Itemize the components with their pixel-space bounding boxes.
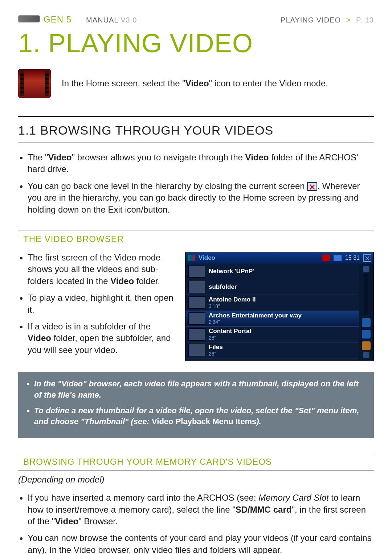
action-icon[interactable] xyxy=(362,330,371,338)
t: SD/MMC card xyxy=(236,505,292,514)
file-row[interactable]: Network 'UPnP' xyxy=(185,264,359,279)
list-item: If you have inserted a memory card into … xyxy=(28,492,374,527)
file-row[interactable]: subfolder xyxy=(185,279,359,295)
screenshot-titlebar: Video 15 31 xyxy=(185,252,373,264)
top-bar: GEN 5 MANUAL V3.0 PLAYING VIDEO > P. 13 xyxy=(18,15,374,25)
list-item: If a video is in a subfolder of the Vide… xyxy=(28,321,174,356)
crumb-sep: > xyxy=(343,16,354,24)
crumb-page: P. 13 xyxy=(356,16,374,24)
t: The " xyxy=(28,152,48,162)
gen-label: GEN 5 xyxy=(44,15,72,25)
intro-text: In the Home screen, select the "Video" i… xyxy=(62,78,374,89)
crumb-section: PLAYING VIDEO xyxy=(281,16,341,24)
file-duration: 28" xyxy=(209,335,251,341)
memory-card-list: If you have inserted a memory card into … xyxy=(18,492,374,554)
t: Memory Card Slot xyxy=(258,493,328,502)
tip-item: To define a new thumbnail for a video fi… xyxy=(34,405,366,428)
thumbnail xyxy=(188,344,205,356)
tip-item: In the "Video" browser, each video file … xyxy=(34,378,366,401)
list-item: The first screen of the Video mode shows… xyxy=(28,252,174,287)
manual-version: V3.0 xyxy=(121,16,137,24)
intro-pre: In the Home screen, select the " xyxy=(62,78,185,88)
t: You can go back one level in the hierarc… xyxy=(28,181,307,191)
t: In the "Video" browser, each video file … xyxy=(34,379,359,399)
brand-logo xyxy=(18,15,40,22)
video-browser-heading: THE VIDEO BROWSER xyxy=(18,234,374,244)
flag-icon xyxy=(322,255,330,261)
file-row[interactable]: Files26" xyxy=(185,342,359,358)
file-title: Content Portal xyxy=(209,328,251,335)
breadcrumb: PLAYING VIDEO > P. 13 xyxy=(281,16,374,24)
t: " Browser. xyxy=(78,516,118,526)
section-1-1-heading: 1.1 BROWSING THROUGH YOUR VIDEOS xyxy=(18,123,374,138)
t: Video xyxy=(245,152,269,162)
thumbnail xyxy=(188,265,205,278)
t: Video Playback Menu Items xyxy=(152,417,256,426)
screenshot-sidebar xyxy=(359,264,373,360)
file-title: subfolder xyxy=(209,284,237,291)
t: Video xyxy=(110,276,134,286)
screenshot-file-list: Network 'UPnP'subfolderAntoine Demo II3'… xyxy=(185,264,359,360)
t: folder. xyxy=(134,276,160,286)
scroll-down-icon[interactable] xyxy=(363,352,369,358)
memory-card-heading: BROWSING THROUGH YOUR MEMORY CARD'S VIDE… xyxy=(18,457,374,467)
thumbnail xyxy=(188,312,205,325)
t: ). xyxy=(256,417,261,426)
scroll-up-icon[interactable] xyxy=(363,266,369,272)
thumbnail xyxy=(188,281,205,293)
scrollbar-track[interactable] xyxy=(364,274,368,315)
file-duration: 2'34" xyxy=(209,319,302,325)
battery-icon xyxy=(334,255,342,261)
t: " browser allows you to navigate through… xyxy=(72,152,245,162)
video-app-icon xyxy=(18,69,51,98)
video-browser-list: The first screen of the Video mode shows… xyxy=(18,252,174,356)
t: Video xyxy=(48,152,72,162)
list-item: You can go back one level in the hierarc… xyxy=(28,180,374,216)
screenshot-title: Video xyxy=(199,254,318,262)
t: If a video is in a subfolder of the xyxy=(28,321,151,331)
file-row[interactable]: Antoine Demo II3'18" xyxy=(185,295,359,311)
thumbnail xyxy=(188,328,205,341)
file-title: Files xyxy=(209,344,223,351)
file-title: Archos Entertainment your way xyxy=(209,312,302,319)
manual-text: MANUAL xyxy=(86,16,118,24)
file-title: Antoine Demo II xyxy=(209,296,256,303)
depending-on-model: (Depending on model) xyxy=(18,475,374,485)
screenshot-clock: 15 31 xyxy=(345,255,360,261)
list-item: You can now browse the contents of your … xyxy=(28,532,374,554)
file-duration: 26" xyxy=(209,351,223,357)
t: If you have inserted a memory card into … xyxy=(28,493,258,502)
info-icon[interactable] xyxy=(362,318,371,327)
file-duration: 3'18" xyxy=(209,303,256,309)
close-icon xyxy=(307,182,317,191)
file-row[interactable]: Content Portal28" xyxy=(185,327,359,342)
section-1-1-list: The "Video" browser allows you to naviga… xyxy=(18,152,374,216)
file-row[interactable]: Archos Entertainment your way2'34" xyxy=(185,311,359,327)
tips-box: In the "Video" browser, each video file … xyxy=(18,372,374,438)
home-icon[interactable] xyxy=(362,341,371,350)
manual-label: MANUAL V3.0 xyxy=(86,16,137,24)
intro-bold: Video xyxy=(185,78,209,88)
device-screenshot: Video 15 31 Network 'UPnP'subfolderAntoi… xyxy=(185,252,374,361)
intro-post: " icon to enter the Video mode. xyxy=(209,78,328,88)
t: Video xyxy=(55,516,78,526)
app-icon xyxy=(188,255,195,261)
page-title: 1. PLAYING VIDEO xyxy=(18,28,374,58)
thumbnail xyxy=(188,296,205,309)
file-title: Network 'UPnP' xyxy=(209,268,254,275)
close-icon[interactable] xyxy=(363,254,371,262)
list-item: The "Video" browser allows you to naviga… xyxy=(28,152,374,175)
t: Video xyxy=(28,333,51,343)
list-item: To play a video, highlight it, then open… xyxy=(28,292,174,316)
